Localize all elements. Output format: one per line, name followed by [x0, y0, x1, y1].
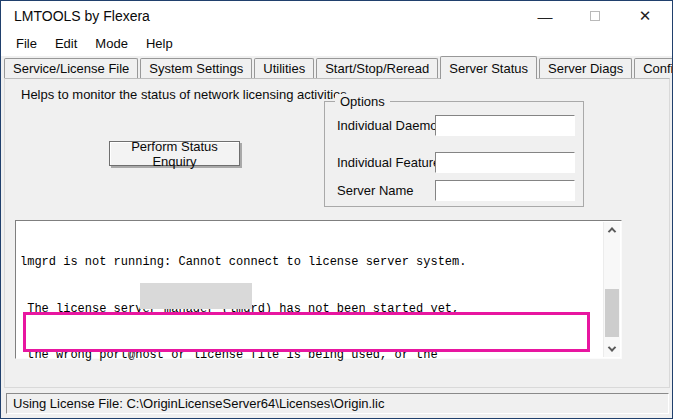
tab-system-settings[interactable]: System Settings	[140, 58, 252, 78]
close-button[interactable]: ✕	[620, 1, 670, 31]
menu-item-help[interactable]: Help	[137, 36, 182, 51]
maximize-button[interactable]	[570, 1, 620, 31]
redacted-value-box	[140, 283, 252, 309]
options-groupbox: Options Individual Daemon Individual Fea…	[324, 101, 584, 207]
console-line: lmgrd is not running: Cannot connect to …	[20, 255, 601, 271]
tab-config-services[interactable]: Config Services	[634, 58, 673, 78]
individual-feature-input[interactable]	[435, 152, 575, 173]
minimize-button[interactable]: —	[520, 1, 570, 31]
menu-item-mode[interactable]: Mode	[86, 36, 137, 51]
tab-server-status[interactable]: Server Status	[440, 56, 537, 79]
scrollbar-thumb[interactable]	[605, 289, 619, 337]
scroll-up-button[interactable]	[604, 222, 620, 238]
status-bar: Using License File: C:\OriginLicenseServ…	[6, 393, 669, 414]
tab-description: Helps to monitor the status of network l…	[21, 87, 347, 102]
using-license-file-text: Using License File: C:\OriginLicenseServ…	[13, 396, 384, 411]
individual-daemon-input[interactable]	[435, 115, 575, 136]
minimize-icon: —	[538, 8, 553, 25]
maximize-icon	[590, 11, 600, 21]
options-groupbox-title: Options	[335, 94, 390, 109]
individual-feature-label: Individual Feature	[337, 155, 440, 170]
server-name-input[interactable]	[435, 180, 575, 201]
tab-start-stop-reread[interactable]: Start/Stop/Reread	[316, 58, 438, 78]
menu-item-edit[interactable]: Edit	[46, 36, 86, 51]
title-bar[interactable]: LMTOOLS by Flexera — ✕	[1, 1, 672, 31]
tab-strip: Service/License File System Settings Uti…	[4, 56, 673, 78]
server-name-label: Server Name	[337, 183, 414, 198]
window-controls: — ✕	[520, 1, 672, 31]
console-line: the wrong port@host or license file is b…	[20, 348, 601, 364]
vertical-scrollbar[interactable]	[603, 222, 620, 357]
individual-daemon-label: Individual Daemon	[337, 118, 445, 133]
status-output-console[interactable]: lmgrd is not running: Cannot connect to …	[15, 220, 622, 359]
window-title: LMTOOLS by Flexera	[14, 8, 150, 24]
menu-item-file[interactable]: File	[7, 36, 46, 51]
tab-server-diags[interactable]: Server Diags	[539, 58, 632, 78]
chevron-down-icon	[608, 343, 616, 351]
tab-utilities[interactable]: Utilities	[254, 58, 314, 78]
perform-status-enquiry-button[interactable]: Perform Status Enquiry	[109, 141, 240, 166]
tab-service-license-file[interactable]: Service/License File	[4, 58, 138, 78]
close-icon: ✕	[639, 7, 652, 25]
console-line: The license server manager (lmgrd) has n…	[20, 302, 601, 318]
chevron-up-icon	[608, 227, 616, 235]
console-text: lmgrd is not running: Cannot connect to …	[20, 224, 601, 419]
lmtools-window: LMTOOLS by Flexera — ✕ File Edit Mode He…	[0, 0, 673, 419]
scroll-down-button[interactable]	[604, 341, 620, 357]
menu-bar: File Edit Mode Help	[1, 31, 672, 56]
